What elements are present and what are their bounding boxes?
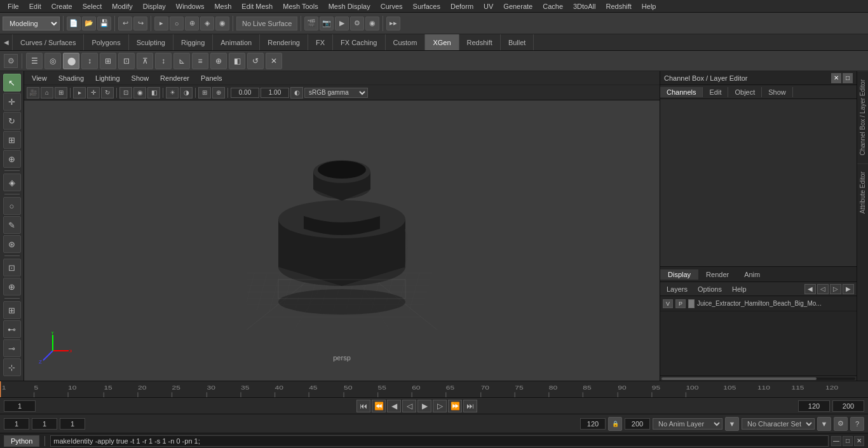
le-prev-btn[interactable]: ◀	[804, 284, 816, 294]
new-file-btn[interactable]: 📄	[67, 17, 81, 31]
rotate-tool[interactable]: ↻	[3, 112, 21, 130]
le-menu-layers[interactable]: Layers	[663, 284, 691, 294]
vp-rotate-btn[interactable]: ↻	[101, 87, 114, 98]
cb-tab-show[interactable]: Show	[762, 87, 793, 97]
menu-display[interactable]: Display	[138, 1, 171, 11]
pivot-tool[interactable]: ⊞	[3, 301, 21, 319]
tab-custom[interactable]: Custom	[386, 34, 426, 50]
le-tab-anim[interactable]: Anim	[736, 269, 768, 280]
window-restore-btn[interactable]: □	[843, 436, 853, 446]
redo-btn[interactable]: ↪	[133, 17, 147, 31]
lasso-btn[interactable]: ○	[170, 17, 184, 31]
xgen-icon-11[interactable]: ⊕	[210, 53, 227, 69]
snap-point-tool[interactable]: ⊕	[3, 278, 21, 295]
char-set-select[interactable]: No Character Set	[742, 418, 815, 430]
3d-viewport[interactable]: X Y Z persp	[24, 100, 660, 381]
menu-cache[interactable]: Cache	[538, 1, 568, 11]
menu-modify[interactable]: Modify	[107, 1, 137, 11]
vp-hud-btn[interactable]: ⊕	[212, 87, 225, 98]
xgen-icon-3[interactable]: ⬤	[63, 53, 79, 69]
menu-mesh-display[interactable]: Mesh Display	[323, 1, 376, 11]
tab-curves-surfaces[interactable]: Curves / Surfaces	[13, 34, 84, 50]
vp-menu-lighting[interactable]: Lighting	[90, 73, 125, 83]
xgen-icon-12[interactable]: ◧	[229, 53, 245, 69]
layer-scroll-thumb[interactable]	[661, 377, 817, 380]
scale-tool[interactable]: ⊞	[3, 131, 21, 149]
anim-layer-options-btn[interactable]: ▼	[725, 417, 739, 431]
vp-field2[interactable]	[261, 88, 289, 98]
xgen-icon-5[interactable]: ⊞	[100, 53, 116, 69]
vp-menu-panels[interactable]: Panels	[196, 73, 227, 83]
start-frame-field[interactable]	[4, 400, 36, 412]
le-menu-help[interactable]: Help	[728, 284, 750, 294]
layer-p-btn[interactable]: P	[675, 299, 686, 308]
xray-tool[interactable]: ⊹	[3, 358, 21, 376]
current-frame-left[interactable]	[4, 418, 29, 430]
select-mode-btn[interactable]: ▸	[154, 17, 168, 31]
menu-redshift[interactable]: Redshift	[600, 1, 636, 11]
vp-shadow-btn[interactable]: ◑	[180, 87, 193, 98]
tab-animation[interactable]: Animation	[213, 34, 260, 50]
snapshot-btn[interactable]: 📷	[320, 17, 334, 31]
open-file-btn[interactable]: 📂	[82, 17, 96, 31]
cb-tab-channels[interactable]: Channels	[660, 87, 703, 97]
tab-fx-caching[interactable]: FX Caching	[333, 34, 385, 50]
measure-tool[interactable]: ⊷	[3, 320, 21, 338]
xgen-icon-2[interactable]: ◎	[44, 53, 61, 69]
channel-box-max-btn[interactable]: □	[843, 73, 853, 83]
vp-move-btn[interactable]: ✛	[87, 87, 100, 98]
lasso-tool[interactable]: ○	[3, 197, 21, 215]
le-tab-render[interactable]: Render	[698, 269, 736, 280]
menu-edit[interactable]: Edit	[24, 1, 46, 11]
window-close-btn[interactable]: ✕	[854, 436, 864, 446]
next-frame-btn[interactable]: ▷	[433, 400, 447, 412]
workspace-selector[interactable]: Modeling	[3, 17, 60, 31]
snap-btn[interactable]: ⊕	[185, 17, 199, 31]
prev-frame-btn[interactable]: ◀	[387, 400, 401, 412]
le-menu-options[interactable]: Options	[694, 284, 726, 294]
menu-file[interactable]: File	[3, 1, 24, 11]
vp-menu-view[interactable]: View	[27, 73, 52, 83]
menu-windows[interactable]: Windows	[171, 1, 210, 11]
vp-field1[interactable]	[231, 88, 259, 98]
sculpt-tool[interactable]: ⊛	[3, 235, 21, 253]
soft-select-btn[interactable]: ◉	[215, 17, 229, 31]
menu-help[interactable]: Help	[637, 1, 661, 11]
le-next2-btn[interactable]: ▶	[843, 284, 854, 294]
xgen-icon-6[interactable]: ⊡	[118, 53, 135, 69]
le-prev2-btn[interactable]: ◁	[817, 284, 829, 294]
python-tab[interactable]: Python	[4, 435, 39, 447]
vp-texture-btn[interactable]: ◧	[147, 87, 160, 98]
vp-grid-btn[interactable]: ⊞	[198, 87, 211, 98]
xgen-icon-10[interactable]: ≡	[192, 53, 208, 69]
paint-tool[interactable]: ✎	[3, 216, 21, 234]
play-backward-btn[interactable]: ◁	[402, 400, 416, 412]
menu-curves[interactable]: Curves	[376, 1, 408, 11]
command-input[interactable]	[50, 435, 829, 447]
select-tool[interactable]: ↖	[3, 74, 21, 92]
snap-grid-tool[interactable]: ⊡	[3, 259, 21, 276]
options-btn[interactable]: ⚙	[350, 17, 364, 31]
layer-color-swatch[interactable]	[688, 299, 695, 308]
vp-menu-shading[interactable]: Shading	[53, 73, 89, 83]
tab-rigging[interactable]: Rigging	[173, 34, 213, 50]
end-frame-field[interactable]	[798, 400, 830, 412]
live-surface-btn[interactable]: No Live Surface	[236, 17, 297, 31]
current-frame-right[interactable]	[32, 418, 57, 430]
cb-tab-object[interactable]: Object	[728, 87, 762, 97]
lock-btn[interactable]: 🔒	[608, 417, 622, 431]
step-forward-btn[interactable]: ⏩	[448, 400, 462, 412]
sub-frame-field[interactable]	[60, 418, 85, 430]
xgen-icon-1[interactable]: ☰	[26, 53, 43, 69]
vp-camera-btn[interactable]: 🎥	[27, 87, 39, 98]
le-next-btn[interactable]: ▷	[830, 284, 841, 294]
go-to-end-btn[interactable]: ⏭	[463, 400, 477, 412]
play-forward-btn[interactable]: ▶	[417, 400, 431, 412]
extra-btn[interactable]: ▸▸	[386, 17, 400, 31]
xgen-icon-8[interactable]: ↕	[155, 53, 172, 69]
magnet-btn[interactable]: ◈	[200, 17, 214, 31]
menu-generate[interactable]: Generate	[498, 1, 538, 11]
menu-edit-mesh[interactable]: Edit Mesh	[236, 1, 278, 11]
sphere-btn[interactable]: ◉	[365, 17, 379, 31]
tab-xgen[interactable]: XGen	[425, 34, 459, 50]
